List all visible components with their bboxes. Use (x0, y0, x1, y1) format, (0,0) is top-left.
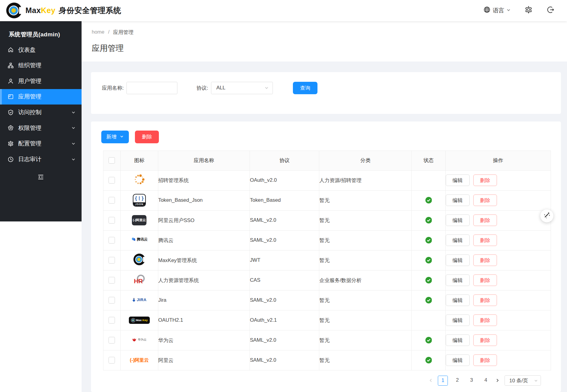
current-user-label: 系统管理员(admin) (0, 21, 82, 42)
language-switcher[interactable]: 语言 (483, 6, 511, 15)
sidebar-item-configuration[interactable]: 配置管理 (0, 136, 82, 151)
collapse-sidebar-button[interactable] (35, 171, 46, 183)
edit-button[interactable]: 编辑 (446, 274, 470, 286)
app-window: MaxKey身份安全管理系统 语言 (0, 0, 567, 392)
page-button-2[interactable]: 2 (453, 376, 462, 385)
table-row: MaxKeyOAUTH2.1OAuth_v2.1暂无编辑删除 (103, 310, 551, 330)
sidebar-item-organization[interactable]: 组织管理 (0, 58, 82, 73)
page-size-value: 10 条/页 (509, 377, 528, 384)
delete-button[interactable]: 删除 (473, 234, 497, 246)
edit-button[interactable]: 编辑 (446, 354, 470, 366)
row-checkbox[interactable] (109, 357, 115, 363)
sidebar-item-permissions[interactable]: 权限管理 (0, 120, 82, 136)
globe-icon (483, 6, 491, 15)
chevron-down-icon (71, 141, 75, 146)
badge-icon (8, 125, 14, 131)
add-button[interactable]: 新增 (101, 131, 129, 143)
table-row: 华为云华为云SAML_v2.0暂无编辑删除 (103, 330, 551, 350)
page-numbers: 1234 (438, 376, 491, 386)
row-checkbox[interactable] (109, 317, 115, 323)
bulk-delete-button[interactable]: 删除 (135, 131, 159, 143)
gear-icon (8, 141, 14, 147)
delete-button[interactable]: 删除 (473, 274, 497, 286)
table-body: 招聘管理系统OAuth_v2.0人力资源/招聘管理编辑删除{⋮}JSONToke… (103, 170, 551, 370)
page-size-select[interactable]: 10 条/页 (505, 375, 541, 386)
app-name-cell: 阿里云 (158, 350, 250, 370)
category-cell: 暂无 (319, 350, 412, 370)
chevron-down-icon (506, 7, 511, 14)
status-active-icon (425, 197, 432, 204)
svg-text:HR: HR (134, 278, 143, 284)
row-checkbox[interactable] (109, 237, 115, 243)
row-checkbox[interactable] (109, 257, 115, 263)
pagination: 1234 10 条/页 (101, 375, 541, 386)
column-header-actions: 操作 (445, 151, 551, 170)
sidebar-filler (0, 221, 82, 392)
app-name-cell: 腾讯云 (158, 230, 250, 250)
status-active-icon (425, 297, 432, 304)
row-checkbox[interactable] (109, 217, 115, 223)
prev-page-button[interactable] (428, 378, 433, 383)
select-all-checkbox[interactable] (109, 157, 115, 164)
page-header: home / 应用管理 应用管理 (82, 21, 567, 61)
page-button-3[interactable]: 3 (467, 376, 476, 385)
edit-button[interactable]: 编辑 (446, 314, 470, 326)
edit-button[interactable]: 编辑 (446, 174, 470, 186)
delete-button[interactable]: 删除 (473, 214, 497, 226)
top-header: MaxKey身份安全管理系统 语言 (0, 0, 567, 21)
table-row: (-)阿里云阿里云SAML_v2.0暂无编辑删除 (103, 350, 551, 370)
page-button-4[interactable]: 4 (481, 376, 490, 385)
next-page-button[interactable] (495, 378, 500, 383)
edit-button[interactable]: 编辑 (446, 214, 470, 226)
app-icon-maxkey-dark: MaxKey (129, 318, 150, 324)
protocol-cell: CAS (250, 270, 319, 290)
protocol-select[interactable]: ALL (211, 82, 273, 94)
content-area: 应用名称: 协议: ALL 查询 (82, 61, 567, 392)
table-row: HR人力资源管理系统CAS企业服务/数据分析编辑删除 (103, 270, 551, 290)
edit-button[interactable]: 编辑 (446, 294, 470, 306)
breadcrumb-home-link[interactable]: home (92, 29, 104, 35)
sidebar-item-applications[interactable]: 应用管理 (0, 89, 82, 105)
delete-button[interactable]: 删除 (473, 314, 497, 326)
row-checkbox[interactable] (109, 197, 115, 203)
sidebar-item-audit-log[interactable]: 日志审计 (0, 151, 82, 167)
protocol-cell: OAuth_v2.1 (250, 310, 319, 330)
row-checkbox[interactable] (109, 337, 115, 343)
app-name-cell: MaxKey管理系统 (158, 250, 250, 270)
gear-icon (525, 6, 532, 15)
edit-button[interactable]: 编辑 (446, 254, 470, 266)
status-active-icon (425, 337, 432, 344)
page-button-1[interactable]: 1 (438, 376, 448, 386)
maxkey-logo-icon (6, 2, 22, 19)
app-name-cell: 招聘管理系统 (158, 170, 250, 190)
search-button[interactable]: 查询 (293, 82, 318, 94)
edit-button[interactable]: 编辑 (446, 234, 470, 246)
app-icon-jira: JIRA (132, 297, 146, 303)
delete-button[interactable]: 删除 (473, 254, 497, 266)
search-panel: 应用名称: 协议: ALL 查询 (91, 72, 561, 114)
row-checkbox[interactable] (109, 277, 115, 283)
protocol-cell: SAML_v2.0 (250, 230, 319, 250)
sidebar-item-dashboard[interactable]: 仪表盘 (0, 42, 82, 58)
app-icon-recruit (133, 181, 146, 187)
sidebar-item-users[interactable]: 用户管理 (0, 73, 82, 89)
app-icon-json: {⋮}JSON (133, 195, 146, 201)
edit-button[interactable]: 编辑 (446, 334, 470, 346)
app-name-label: 应用名称: (102, 85, 124, 91)
row-checkbox[interactable] (109, 177, 115, 183)
edit-button[interactable]: 编辑 (446, 194, 470, 206)
table-toolbar: 新增 删除 (101, 131, 551, 143)
app-name-input[interactable] (126, 82, 177, 94)
sidebar-item-access-control[interactable]: 访问控制 (0, 105, 82, 120)
settings-button[interactable] (525, 6, 532, 15)
row-checkbox[interactable] (109, 297, 115, 303)
logout-button[interactable] (546, 6, 554, 15)
delete-button[interactable]: 删除 (473, 194, 497, 206)
category-cell: 暂无 (319, 190, 412, 210)
delete-button[interactable]: 删除 (473, 334, 497, 346)
app-icon-tencent: 腾讯云 (131, 238, 148, 243)
delete-button[interactable]: 删除 (473, 354, 497, 366)
breadcrumb: home / 应用管理 (92, 29, 567, 36)
delete-button[interactable]: 删除 (473, 174, 497, 186)
delete-button[interactable]: 删除 (473, 294, 497, 306)
